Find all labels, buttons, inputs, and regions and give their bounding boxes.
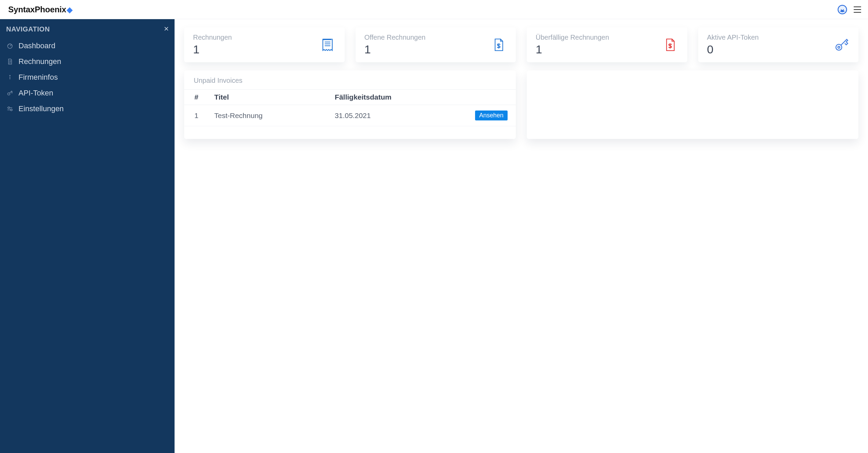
stat-card-api-token: Aktive API-Token 0 (698, 27, 859, 62)
sidebar-heading: NAVIGATION (0, 19, 175, 38)
table-header-row: # Titel Fälligkeitsdatum (184, 90, 516, 105)
app-header: SyntaxPhoenix ◆ (0, 0, 868, 19)
unpaid-invoices-panel: Unpaid Invoices # Titel Fälligkeitsdatum… (184, 70, 516, 139)
brand-text: SyntaxPhoenix (8, 5, 66, 14)
sidebar-item-api-token[interactable]: API-Token (0, 85, 175, 101)
stat-value: 1 (536, 43, 609, 56)
brand: SyntaxPhoenix ◆ (8, 5, 73, 14)
unpaid-invoices-table: # Titel Fälligkeitsdatum 1 Test-Rechnung… (184, 89, 516, 126)
panel-title: Unpaid Invoices (184, 70, 516, 89)
svg-point-7 (838, 46, 840, 48)
sidebar-item-label: Firmeninfos (18, 73, 58, 82)
header-actions (837, 4, 861, 15)
sidebar-item-firmeninfos[interactable]: Firmeninfos (0, 69, 175, 85)
col-num: # (184, 90, 209, 105)
sidebar-item-einstellungen[interactable]: Einstellungen (0, 101, 175, 117)
stat-value: 1 (365, 43, 426, 56)
cell-due: 31.05.2021 (330, 105, 468, 126)
stats-row: Rechnungen 1 Offene Rechnungen 1 (184, 27, 858, 62)
cell-title: Test-Rechnung (209, 105, 330, 126)
col-title: Titel (209, 90, 330, 105)
sidebar-item-label: Einstellungen (18, 104, 64, 113)
stat-card-ueberfaellige-rechnungen: Überfällige Rechnungen 1 (527, 27, 687, 62)
stat-value: 1 (193, 43, 232, 56)
document-icon (6, 58, 14, 65)
key-icon (833, 37, 850, 53)
sidebar: NAVIGATION Dashboard Rechnungen Firmenin… (0, 19, 175, 453)
cell-action: Ansehen (468, 105, 516, 126)
stat-label: Überfällige Rechnungen (536, 34, 609, 41)
stat-card-offene-rechnungen: Offene Rechnungen 1 (356, 27, 516, 62)
main-content: Rechnungen 1 Offene Rechnungen 1 (175, 19, 868, 453)
cell-num: 1 (184, 105, 209, 126)
svg-point-2 (10, 75, 10, 76)
view-invoice-button[interactable]: Ansehen (475, 111, 508, 120)
col-action (468, 90, 516, 105)
menu-icon[interactable] (854, 7, 861, 13)
sidebar-item-label: Rechnungen (18, 57, 61, 66)
svg-point-4 (8, 107, 10, 108)
sidebar-item-dashboard[interactable]: Dashboard (0, 38, 175, 54)
stat-value: 0 (707, 43, 759, 56)
brand-dot-icon: ◆ (67, 5, 73, 14)
phoenix-icon[interactable] (837, 4, 847, 15)
empty-panel (527, 70, 858, 139)
key-icon (6, 89, 14, 97)
stat-label: Aktive API-Token (707, 34, 759, 41)
stat-card-rechnungen: Rechnungen 1 (184, 27, 345, 62)
svg-point-5 (11, 109, 12, 111)
invoice-dollar-icon (490, 37, 507, 53)
settings-icon (6, 105, 14, 113)
sidebar-item-label: API-Token (18, 89, 53, 98)
nav-list: Dashboard Rechnungen Firmeninfos API-Tok… (0, 38, 175, 117)
stat-label: Offene Rechnungen (365, 34, 426, 41)
stat-label: Rechnungen (193, 34, 232, 41)
info-icon (6, 74, 14, 81)
dashboard-icon (6, 42, 14, 50)
svg-point-0 (838, 5, 847, 14)
sidebar-item-rechnungen[interactable]: Rechnungen (0, 54, 175, 69)
sidebar-item-label: Dashboard (18, 41, 55, 50)
svg-point-3 (8, 93, 10, 95)
panels-row: Unpaid Invoices # Titel Fälligkeitsdatum… (184, 70, 858, 139)
table-row: 1 Test-Rechnung 31.05.2021 Ansehen (184, 105, 516, 126)
close-icon[interactable] (162, 25, 170, 33)
col-due: Fälligkeitsdatum (330, 90, 468, 105)
invoice-overdue-icon (662, 37, 678, 53)
receipt-icon (319, 37, 336, 53)
